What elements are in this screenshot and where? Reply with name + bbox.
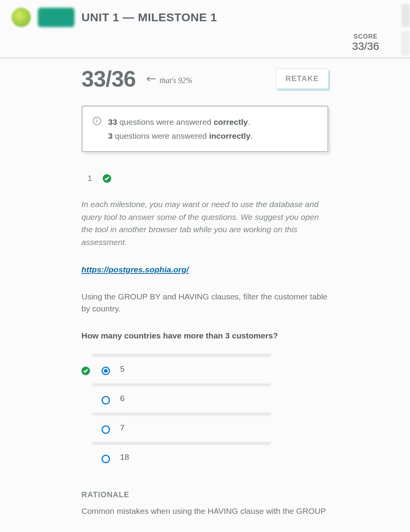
rationale-heading: RATIONALE (81, 490, 329, 499)
correct-count: 33 (108, 117, 117, 126)
radio-icon[interactable] (102, 367, 110, 375)
option-1[interactable]: 5 (81, 354, 329, 384)
question-intro: In each milestone, you may want or need … (81, 198, 329, 248)
page-title: UNIT 1 — MILESTONE 1 (81, 11, 217, 24)
option-divider (92, 384, 271, 386)
header-stub (402, 4, 410, 27)
options-list: 5 6 7 18 (81, 354, 329, 472)
incorrect-count: 3 (108, 131, 113, 140)
radio-icon[interactable] (102, 455, 110, 463)
brand-pill (38, 8, 75, 27)
question-instruction: Using the GROUP BY and HAVING clauses, f… (81, 291, 329, 315)
option-divider (92, 354, 271, 357)
tool-link[interactable]: https://postgres.sophia.org/ (81, 265, 189, 274)
option-text: 5 (120, 364, 125, 373)
info-icon: i (93, 117, 101, 125)
score-value: 33/36 (352, 40, 379, 53)
option-text: 18 (120, 452, 129, 461)
option-text: 6 (120, 394, 125, 403)
big-score: 33/36 (81, 66, 136, 92)
radio-icon[interactable] (102, 425, 110, 434)
retake-button[interactable]: RETAKE (276, 68, 329, 89)
question-prompt: How many countries have more than 3 cust… (81, 331, 329, 340)
option-3[interactable]: 7 (81, 413, 329, 442)
percent-text: that's 92% (159, 76, 192, 85)
correct-check-icon (81, 367, 90, 375)
option-2[interactable]: 6 (81, 384, 329, 413)
percent-note: that's 92% (145, 76, 192, 85)
question-number: 1 (88, 174, 92, 183)
option-divider (92, 442, 271, 445)
scorebar-stub (402, 31, 410, 56)
score-label: SCORE (352, 33, 379, 40)
rationale-text: Common mistakes when using the HAVING cl… (81, 505, 329, 517)
radio-icon[interactable] (102, 396, 110, 405)
brand-logo (12, 8, 31, 27)
option-4[interactable]: 18 (81, 442, 329, 472)
option-divider (92, 413, 271, 415)
check-icon (103, 174, 111, 183)
reply-arrow-icon (145, 76, 156, 84)
summary-infobox: i 33 questions were answered correctly. … (81, 105, 329, 152)
option-text: 7 (120, 423, 125, 432)
